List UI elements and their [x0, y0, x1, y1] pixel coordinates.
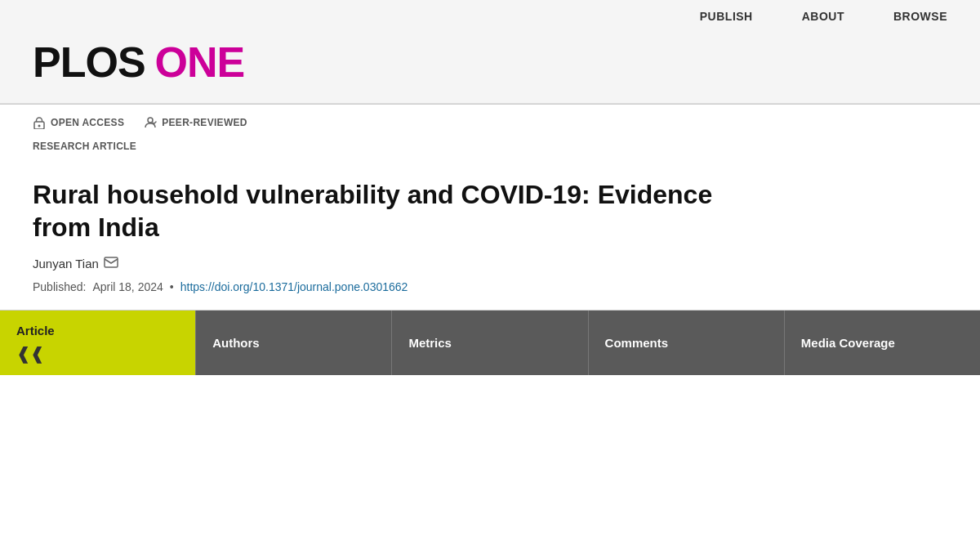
meta-bar: OPEN ACCESS PEER-REVIEWED — [0, 105, 980, 137]
tab-comments-label: Comments — [605, 336, 669, 350]
svg-point-1 — [38, 125, 41, 127]
svg-point-2 — [148, 118, 153, 123]
top-nav: PUBLISH ABOUT BROWSE — [33, 0, 947, 29]
logo-one: ONE — [155, 38, 245, 87]
tab-comments[interactable]: Comments — [589, 311, 785, 375]
tab-metrics-label: Metrics — [408, 336, 452, 350]
article-author-row: Junyan Tian — [33, 257, 947, 270]
article-title: Rural household vulnerability and COVID-… — [33, 178, 768, 244]
doi-link[interactable]: https://doi.org/10.1371/journal.pone.030… — [180, 280, 408, 293]
tab-media-coverage[interactable]: Media Coverage — [785, 311, 980, 375]
chevron-down-icon: ❰❰ — [16, 346, 44, 362]
open-access-badge: OPEN ACCESS — [33, 116, 124, 129]
lock-icon — [33, 116, 46, 129]
nav-publish[interactable]: PUBLISH — [700, 10, 753, 23]
peer-reviewed-badge: PEER-REVIEWED — [144, 116, 247, 129]
article-doi-row: Published: April 18, 2024 • https://doi.… — [33, 280, 947, 293]
tab-metrics[interactable]: Metrics — [392, 311, 588, 375]
tab-article-inner: Article ❰❰ — [16, 324, 179, 362]
site-logo[interactable]: PLOS ONE — [33, 38, 947, 87]
tab-bar: Article ❰❰ Authors Metrics Comments Medi… — [0, 310, 980, 375]
bullet-separator: • — [170, 280, 174, 293]
author-name[interactable]: Junyan Tian — [33, 257, 99, 270]
nav-browse[interactable]: BROWSE — [893, 10, 947, 23]
published-date: April 18, 2024 — [92, 280, 163, 293]
open-access-label: OPEN ACCESS — [51, 117, 124, 128]
peer-reviewed-label: PEER-REVIEWED — [162, 117, 247, 128]
tab-article[interactable]: Article ❰❰ — [0, 311, 196, 375]
published-label: Published: — [33, 280, 86, 293]
author-email-icon[interactable] — [104, 257, 118, 270]
tab-authors-label: Authors — [212, 336, 260, 350]
tab-authors[interactable]: Authors — [196, 311, 392, 375]
logo-plos: PLOS — [33, 38, 145, 87]
peer-review-icon — [144, 116, 157, 129]
tab-article-label: Article — [16, 324, 55, 338]
nav-about[interactable]: ABOUT — [802, 10, 844, 23]
svg-rect-3 — [105, 257, 118, 267]
article-content: Rural household vulnerability and COVID-… — [0, 162, 980, 293]
logo-row: PLOS ONE — [33, 29, 947, 103]
tab-media-coverage-label: Media Coverage — [801, 336, 895, 350]
article-type: RESEARCH ARTICLE — [0, 137, 980, 162]
site-header: PUBLISH ABOUT BROWSE PLOS ONE — [0, 0, 980, 104]
